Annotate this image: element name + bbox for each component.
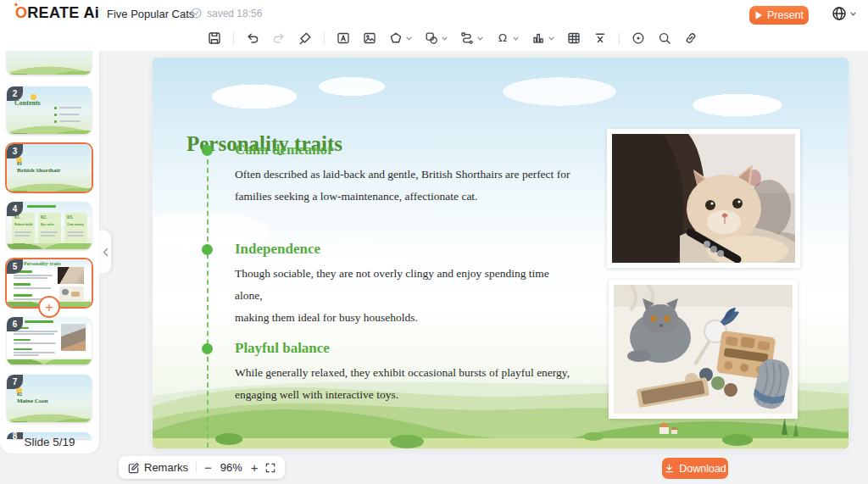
editor-toolbar: Ω [207, 26, 709, 50]
sidebar-collapse-handle[interactable] [99, 230, 111, 274]
logo-accent-letter: ✦O [15, 4, 27, 21]
slide-thumbnail-6[interactable]: 6 [7, 317, 92, 364]
save-icon[interactable] [207, 27, 222, 49]
thumb-kicker: 02 [17, 392, 22, 397]
pill-divider [196, 462, 197, 473]
timeline-dot [202, 244, 213, 255]
cream-cat-image [612, 134, 795, 263]
app-logo[interactable]: ✦OREATEAi [15, 4, 99, 22]
save-status: saved 18:56 [190, 7, 262, 19]
slide-thumbnail-3[interactable]: 3 01 British Shorthair [7, 144, 92, 192]
fullscreen-button[interactable] [264, 462, 276, 474]
combine-shapes-icon[interactable] [424, 27, 448, 49]
table-icon[interactable] [566, 27, 581, 49]
shapes-icon[interactable] [388, 27, 413, 49]
connector-icon[interactable] [459, 27, 484, 49]
section-body: Often described as laid-back and gentle,… [235, 164, 576, 208]
timeline-dot [202, 343, 213, 354]
section-playful-balance[interactable]: Playful balance While generally relaxed,… [235, 340, 576, 406]
thumb-title: Maine Coon [17, 398, 48, 404]
thumb-title: Contents [14, 99, 41, 107]
expand-icon [264, 462, 276, 474]
format-painter-icon[interactable] [298, 27, 313, 49]
slide-panel: 2 Contents 3 01 British Shorthair 4 01. … [0, 0, 99, 453]
symbol-omega-icon[interactable]: Ω [495, 27, 520, 49]
svg-text:Ω: Ω [498, 31, 507, 44]
link-icon[interactable] [683, 27, 698, 49]
chevron-down-icon [512, 35, 520, 42]
slide-thumbnail-4[interactable]: 4 01. Robust build 02. Eye color 03. Coa… [7, 202, 92, 249]
remarks-edit-icon [127, 461, 140, 474]
redo-icon[interactable] [271, 27, 287, 49]
chart-icon[interactable] [531, 27, 555, 49]
slide-number-badge: 6 [7, 317, 23, 331]
present-button[interactable]: Present [749, 6, 809, 25]
zoom-out-button[interactable]: − [204, 460, 212, 475]
spark-icon: ✦ [14, 2, 19, 8]
section-heading: Independence [235, 241, 576, 258]
view-controls: Remarks − 96% + [119, 456, 285, 479]
chevron-down-icon [849, 10, 857, 18]
slide-number-badge: 8 [7, 432, 23, 439]
photo-cream-cat-held[interactable] [607, 129, 800, 268]
chevron-down-icon [548, 35, 555, 42]
thumb-title: British Shorthair [17, 167, 61, 174]
timeline-line [207, 159, 209, 448]
play-icon [754, 10, 763, 20]
zoom-level: 96% [218, 461, 245, 474]
slide-thumbnail-7[interactable]: 7 02 Maine Coon [7, 375, 92, 422]
zoom-in-button[interactable]: + [251, 460, 259, 475]
section-independence[interactable]: Independence Though sociable, they are n… [235, 241, 576, 329]
thumb-title: Personality traits [24, 261, 61, 266]
remarks-button[interactable]: Remarks [127, 461, 188, 474]
thumb-photo [61, 324, 86, 351]
check-circle-icon [190, 7, 203, 19]
thumb-photo-2 [59, 287, 84, 302]
language-selector[interactable] [831, 5, 857, 22]
document-title[interactable]: Five Popular Cats [107, 8, 194, 20]
text-box-icon[interactable] [336, 27, 351, 49]
timeline-dot [202, 145, 213, 156]
remarks-label: Remarks [144, 461, 188, 474]
formula-icon[interactable] [593, 27, 608, 49]
thumb-kicker: 01 [17, 161, 22, 166]
add-slide-button[interactable]: + [38, 296, 60, 318]
chevron-down-icon [405, 35, 413, 42]
image-icon[interactable] [362, 27, 377, 49]
search-icon[interactable] [657, 27, 672, 49]
slide-thumbnail-2[interactable]: 2 Contents [7, 86, 92, 134]
thumb-photo-1 [58, 267, 84, 284]
section-calm-demeanor[interactable]: Calm demeanor Often described as laid-ba… [235, 142, 576, 208]
section-body: While generally relaxed, they exhibit oc… [235, 362, 576, 406]
globe-icon [831, 5, 848, 22]
chevron-left-icon [102, 248, 109, 257]
slide-canvas[interactable]: Personality traits Calm demeanor Often d… [153, 58, 849, 448]
section-heading: Calm demeanor [235, 142, 576, 159]
section-heading: Playful balance [235, 340, 576, 357]
grey-cat-toys-image [614, 285, 793, 414]
chevron-down-icon [441, 35, 448, 42]
undo-icon[interactable] [245, 27, 260, 49]
photo-grey-cat-toys[interactable] [609, 280, 798, 419]
record-icon[interactable] [631, 27, 646, 49]
header-divider [95, 7, 96, 19]
download-icon [664, 463, 675, 474]
download-button[interactable]: Download [662, 458, 728, 479]
section-body: Though sociable, they are not overly cli… [235, 263, 576, 329]
chevron-down-icon [476, 35, 484, 42]
app-header: ✦OREATEAi Five Popular Cats saved 18:56 … [0, 0, 868, 51]
